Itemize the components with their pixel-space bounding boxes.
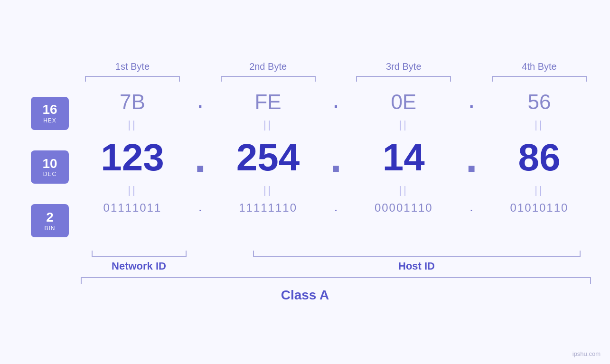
bracket-top-4	[492, 76, 587, 82]
rows-area: 7B . FE . 0E . 56 || || || || 123	[81, 86, 591, 218]
bin-byte-3: 00001110	[356, 201, 451, 215]
bracket-top-1	[85, 76, 180, 82]
bin-badge-number: 2	[46, 210, 54, 225]
bin-badge-label: BIN	[44, 225, 55, 232]
class-a-label: Class A	[281, 288, 329, 302]
hex-byte-2: FE	[221, 90, 316, 114]
byte-labels-row: 1st Byte 2nd Byte 3rd Byte 4th Byte	[19, 61, 591, 72]
bin-byte-4: 01010110	[492, 201, 587, 215]
hex-badge: 16 HEX	[31, 97, 69, 130]
byte-columns: 1st Byte 2nd Byte 3rd Byte 4th Byte	[81, 61, 591, 72]
byte-label-3: 3rd Byte	[356, 61, 451, 72]
dec-byte-4: 86	[492, 136, 587, 179]
dot-sep-bin-3: .	[460, 203, 483, 214]
eq-1-b4: ||	[492, 119, 587, 131]
eq-2-b1: ||	[85, 184, 180, 196]
dec-byte-3: 14	[356, 136, 451, 179]
eq-1-b3: ||	[356, 119, 451, 131]
content-area: 16 HEX 10 DEC 2 BIN 7B . FE . 0E . 56	[19, 86, 591, 248]
dot-sep-dec-1: .	[188, 143, 212, 173]
dot-sep-hex-1: .	[188, 92, 212, 112]
dot-sep-dec-3: .	[460, 143, 483, 173]
dot-sep-dec-2: .	[324, 143, 347, 173]
equals-row-1: || || || ||	[81, 118, 591, 132]
hex-badge-label: HEX	[43, 117, 56, 124]
byte-label-1: 1st Byte	[85, 61, 180, 72]
hex-byte-3: 0E	[356, 90, 451, 114]
eq-2-b2: ||	[221, 184, 316, 196]
class-a-row: Class A	[19, 288, 591, 303]
network-id-label: Network ID	[92, 260, 187, 272]
bin-byte-2: 11111110	[221, 201, 316, 215]
main-container: 1st Byte 2nd Byte 3rd Byte 4th Byte 16	[0, 0, 610, 364]
hex-byte-1: 7B	[85, 90, 180, 114]
dot-sep-hex-2: .	[324, 92, 347, 112]
bin-badge: 2 BIN	[31, 204, 69, 237]
eq-1-b1: ||	[85, 119, 180, 131]
hex-row: 7B . FE . 0E . 56	[81, 86, 591, 118]
hex-byte-4: 56	[492, 90, 587, 114]
top-brackets-row	[19, 76, 591, 82]
bracket-bottom-host	[253, 251, 581, 257]
byte-label-2: 2nd Byte	[221, 61, 316, 72]
bracket-top-2	[221, 76, 316, 82]
dec-byte-1: 123	[85, 136, 180, 179]
dec-row: 123 . 254 . 14 . 86	[81, 132, 591, 183]
dec-byte-2: 254	[221, 136, 316, 179]
dot-sep-bin-1: .	[188, 203, 212, 214]
equals-row-2: || || || ||	[81, 183, 591, 197]
dot-sep-hex-3: .	[460, 92, 483, 112]
dec-badge-label: DEC	[43, 171, 56, 177]
watermark: ipshu.com	[572, 350, 601, 357]
eq-2-b4: ||	[492, 184, 587, 196]
bin-byte-1: 01111011	[85, 201, 180, 215]
dec-badge: 10 DEC	[31, 150, 69, 184]
bracket-top-3	[356, 76, 451, 82]
host-id-label: Host ID	[253, 260, 581, 272]
base-badges-col: 16 HEX 10 DEC 2 BIN	[19, 86, 81, 248]
byte-label-4: 4th Byte	[492, 61, 587, 72]
hex-badge-number: 16	[42, 103, 57, 117]
bracket-top-class	[81, 277, 591, 284]
bracket-bottom-network	[92, 251, 187, 257]
eq-2-b3: ||	[356, 184, 451, 196]
dot-sep-bin-2: .	[324, 203, 347, 214]
bin-row: 01111011 . 11111110 . 00001110 . 0101011…	[81, 197, 591, 218]
eq-1-b2: ||	[221, 119, 316, 131]
dec-badge-number: 10	[42, 157, 57, 171]
